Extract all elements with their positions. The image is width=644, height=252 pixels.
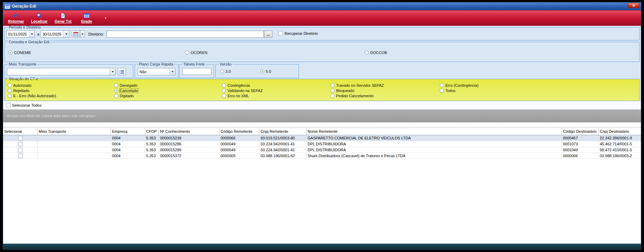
radio-todos[interactable]: Todos (440, 88, 478, 93)
grade-button[interactable]: Grade (77, 11, 97, 25)
grid-cell[interactable]: 0004 (111, 147, 145, 153)
selecionar-todos-checkbox[interactable] (6, 103, 10, 107)
row-select-cell[interactable] (3, 141, 38, 147)
grid-cell[interactable]: 0001049 (562, 147, 599, 153)
table-row[interactable]: 00045.3530000015286000004903.224.942/000… (3, 141, 641, 147)
diretorio-input[interactable] (106, 31, 264, 38)
row-select-cell[interactable] (3, 147, 38, 153)
chevron-down-icon[interactable] (29, 31, 34, 37)
radio-denegado[interactable]: Denegado (114, 83, 138, 87)
radio-versao-5[interactable]: 5.0 (260, 69, 271, 74)
column-header-nome-remetente[interactable]: Nome Remetente (307, 128, 562, 135)
column-header-selecionar[interactable]: Selecionar (3, 128, 38, 135)
retornar-button[interactable]: Retornar (6, 11, 26, 25)
grid-cell[interactable]: DPL DISTRIBUIDORA (307, 147, 562, 153)
radio-versao-3[interactable]: 3.0 (220, 69, 231, 74)
column-header-codigo-destinatario[interactable]: Código Destinatário (562, 128, 599, 135)
grid-cell[interactable]: 0000049 (220, 141, 260, 147)
radio-e-erro-nao-autorizado[interactable]: E - Erro (Não Autorizado) (8, 93, 56, 98)
grid-cell[interactable]: 5.353 (145, 141, 159, 147)
radio-digitado[interactable]: Digitado (114, 93, 138, 98)
column-header-meio-transporte[interactable]: Meio Transporte (38, 128, 111, 135)
grid-cell[interactable]: 0000015289 (159, 147, 220, 153)
grid-cell[interactable]: 58.472.410/0001-5 (599, 147, 641, 153)
radio-validando-na-sefaz[interactable]: Validando na SEFAZ (222, 88, 263, 93)
radio-ocoren[interactable]: OCOREN (185, 51, 207, 55)
radio-erro-contingencia[interactable]: Erro (Contingência) (440, 83, 478, 87)
grid-cell[interactable]: 45.462.714/0001-5 (599, 141, 641, 147)
grid-cell[interactable]: DPL DISTRIBUIDORA (307, 141, 562, 147)
grid-cell[interactable]: 0004 (111, 135, 145, 141)
grid-cell[interactable]: 0000015372 (159, 153, 220, 159)
radio-rejeitado[interactable]: Rejeitado (8, 88, 56, 93)
grid-cell[interactable]: 0000005 (220, 153, 260, 159)
column-header-conhecimento[interactable]: Nº Conhecimento (159, 128, 220, 135)
grid-cell[interactable]: GASPARETTO COMERCIAL DE ELETRO VEICULOS … (307, 135, 562, 141)
row-checkbox[interactable] (18, 154, 23, 158)
column-header-empresa[interactable]: Empresa (111, 128, 145, 135)
calendar-dropdown-button[interactable] (80, 30, 85, 38)
radio-travado-no-servidor-sefaz[interactable]: Travado no Servidor SEFAZ (331, 83, 384, 87)
row-checkbox[interactable] (18, 148, 23, 152)
grid-cell[interactable]: Shark Distribuidora (Cascavel) de Trator… (307, 153, 562, 159)
browse-button[interactable]: ... (264, 31, 272, 38)
grid-cell[interactable]: 0000049 (220, 147, 260, 153)
grid-cell[interactable]: 0000457 (562, 135, 599, 141)
radio-pedido-cancelamento[interactable]: Pedido Cancelamento (331, 93, 384, 98)
row-select-cell[interactable] (3, 135, 38, 141)
title-bar[interactable]: Geração Edi (3, 2, 641, 10)
grid-cell[interactable]: 0001073 (562, 141, 599, 147)
grid-cell[interactable]: 5.353 (145, 153, 159, 159)
gerar-txt-button[interactable]: Gerar Txt (53, 11, 74, 25)
column-header-cnpj-destinatario[interactable]: Cnpj Destinatário (599, 128, 641, 135)
chevron-down-icon[interactable] (110, 68, 115, 75)
column-header-codigo-remetente[interactable]: Código Remetente (220, 128, 260, 135)
radio-doccob[interactable]: DOCCOB (365, 51, 387, 55)
close-button[interactable] (628, 3, 639, 8)
grid-cell[interactable]: 0004 (111, 141, 145, 147)
grid-cell[interactable]: 83.019.521/0003-80 (260, 135, 307, 141)
radio-autorizado[interactable]: Autorizado (8, 83, 56, 87)
tabela-frete-input[interactable] (182, 68, 212, 75)
radio-erro-no-xml[interactable]: Erro no XML (222, 93, 263, 98)
localizar-button[interactable]: Localizar (29, 11, 50, 25)
chevron-down-icon[interactable] (169, 68, 175, 75)
grid-cell[interactable]: 0004 (111, 153, 145, 159)
group-by-band[interactable]: Arraste um título de coluna aqui para cr… (3, 109, 641, 122)
row-select-cell[interactable] (3, 153, 38, 159)
date-to-combo[interactable]: 30/11/2025 (41, 30, 69, 38)
grid-cell[interactable]: 03.988.196/0003-2 (599, 153, 641, 159)
grid-cell[interactable] (38, 135, 111, 141)
row-checkbox[interactable] (18, 136, 23, 140)
calendar-button[interactable] (72, 30, 80, 38)
grid-cell[interactable]: 03.224.942/0001-41 (260, 147, 307, 153)
toolbar-overflow-chevron-icon[interactable]: ▼ (104, 11, 107, 25)
date-from-combo[interactable]: 01/11/2025 (6, 30, 35, 38)
grid-cell[interactable]: 5.353 (145, 135, 159, 141)
grid-cell[interactable]: 5.353 (145, 147, 159, 153)
table-row[interactable]: 00045.3530000015239000006683.019.521/000… (3, 135, 641, 141)
grid-cell[interactable]: 0000015239 (159, 135, 220, 141)
grid-cell[interactable] (38, 147, 111, 153)
grid-cell[interactable]: 0000066 (220, 135, 260, 141)
grid-cell[interactable] (38, 153, 111, 159)
row-checkbox[interactable] (18, 142, 23, 146)
radio-contingencia[interactable]: Contingência (222, 83, 263, 87)
grid-cell[interactable] (38, 141, 111, 147)
table-row[interactable]: 00045.3530000015372000000503.988.196/000… (3, 153, 641, 159)
column-header-cfop[interactable]: CFOP (145, 128, 159, 135)
grid-cell[interactable]: 22.342.396/0001-9 (599, 135, 641, 141)
radio-bloqueado[interactable]: Bloqueado (331, 88, 384, 93)
grid-cell[interactable]: 03.988.196/0001-62 (260, 153, 307, 159)
grid-cell[interactable]: 0000015286 (159, 141, 220, 147)
meio-transporte-list-button[interactable] (118, 68, 126, 75)
grid-cell[interactable]: 0000006 (562, 153, 599, 159)
recuperar-diretorio-checkbox[interactable] (278, 31, 283, 36)
radio-cancelado[interactable]: Cancelado (114, 88, 138, 93)
chevron-down-icon[interactable] (63, 31, 69, 37)
column-header-cnpj-remetente[interactable]: Cnpj Remetente (260, 128, 307, 135)
table-row[interactable]: 00045.3530000015289000004903.224.942/000… (3, 147, 641, 153)
meio-transporte-combo[interactable] (7, 68, 116, 75)
radio-conemb[interactable]: CONEMB (8, 51, 31, 55)
plano-carga-combo[interactable]: Não (138, 68, 175, 75)
